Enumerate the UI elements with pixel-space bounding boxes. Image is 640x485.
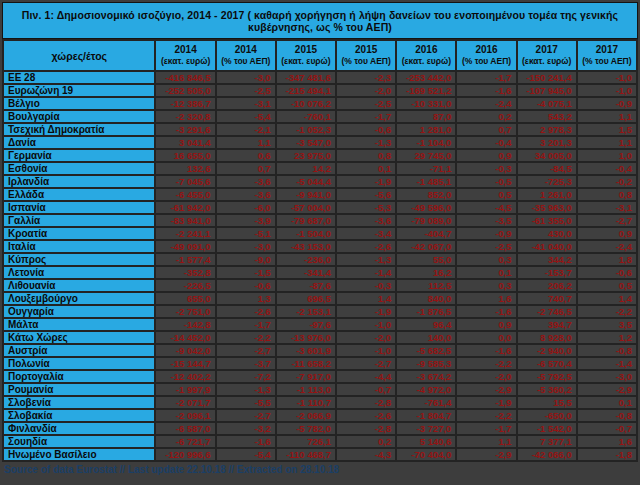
value-cell: -79 089,0 <box>397 215 455 226</box>
country-cell: Δανία <box>4 137 154 148</box>
value-cell: -3,6 <box>217 176 275 187</box>
value-cell: 0,9 <box>457 150 515 161</box>
column-unit-label: (εκατ. ευρώ) <box>518 56 576 67</box>
value-cell: 1,1 <box>578 111 636 122</box>
column-year-label: 2015 <box>277 44 335 56</box>
value-cell: -347 481,6 <box>277 72 335 83</box>
value-cell: 8 928,0 <box>518 332 576 343</box>
value-cell: 23 975,0 <box>277 150 335 161</box>
value-cell: -61 942,0 <box>156 202 214 213</box>
value-cell: 1,1 <box>578 137 636 148</box>
value-cell: -13 976,0 <box>277 332 335 343</box>
value-cell: -61 355,0 <box>518 215 576 226</box>
column-unit-label: (εκατ. ευρώ) <box>156 56 214 67</box>
value-cell: 0,1 <box>578 397 636 408</box>
value-cell: -42 067,0 <box>397 241 455 252</box>
value-cell: 14,2 <box>277 163 335 174</box>
value-cell: 394,7 <box>518 319 576 330</box>
value-cell: -1 876,5 <box>397 306 455 317</box>
value-cell: -2,9 <box>457 449 515 460</box>
value-cell: -5 360,2 <box>518 384 576 395</box>
country-cell: ΕΕ 28 <box>4 72 154 83</box>
value-cell: -2,5 <box>217 85 275 96</box>
value-cell: -2,8 <box>337 423 395 434</box>
value-cell: 0,9 <box>578 228 636 239</box>
column-header-cell: 2017(% του ΑΕΠ) <box>578 41 636 70</box>
value-cell: -4,5 <box>457 202 515 213</box>
table-row: Εσθονία132,60,714,20,1-71,1-0,3-84,5-0,4 <box>4 163 636 174</box>
value-cell: -1,0 <box>337 319 395 330</box>
value-cell: -2,2 <box>457 358 515 369</box>
column-header-cell: 2015(εκατ. ευρώ) <box>277 41 335 70</box>
value-cell: -341,4 <box>277 267 335 278</box>
value-cell: -0,5 <box>457 176 515 187</box>
value-cell: -0,9 <box>578 98 636 109</box>
value-cell: -2,7 <box>578 215 636 226</box>
table-row: Τσεχική Δημοκρατία-3 291,6-2,1-1 052,3-0… <box>4 124 636 135</box>
value-cell: -3 727,0 <box>397 423 455 434</box>
value-cell: -57 004,0 <box>277 202 335 213</box>
column-unit-label: (% του ΑΕΠ) <box>457 56 515 67</box>
value-cell: -1 110,7 <box>277 397 335 408</box>
column-header-cell: 2016(% του ΑΕΠ) <box>457 41 515 70</box>
value-cell: -1,5 <box>217 267 275 278</box>
value-cell: -3 291,6 <box>156 124 214 135</box>
value-cell: -49 596,0 <box>397 202 455 213</box>
table-row: Ηνωμένο Βασίλειο-120 996,6-5,4-110 468,7… <box>4 449 636 460</box>
value-cell: -49 091,0 <box>156 241 214 252</box>
value-cell: -253 442,0 <box>397 72 455 83</box>
value-cell: 0,7 <box>457 124 515 135</box>
value-cell: 3 041,4 <box>156 137 214 148</box>
table-row: Σουηδία-6 721,7-1,6726,10,25 140,61,17 3… <box>4 436 636 447</box>
value-cell: -2,4 <box>457 98 515 109</box>
value-cell: 34 005,0 <box>518 150 576 161</box>
country-cell: Ιρλανδία <box>4 176 154 187</box>
value-cell: -84,5 <box>518 163 576 174</box>
value-cell: 0,1 <box>457 267 515 278</box>
value-cell: -2,0 <box>337 85 395 96</box>
value-cell: -1 577,4 <box>156 254 214 265</box>
value-cell: -2,9 <box>578 384 636 395</box>
country-cell: Λιθουανία <box>4 280 154 291</box>
country-cell: Τσεχική Δημοκρατία <box>4 124 154 135</box>
value-cell: -1 504,0 <box>277 228 335 239</box>
page: Πιν. 1: Δημοσιονομικό ισοζύγιο, 2014 - 2… <box>0 0 640 478</box>
value-cell: 344,2 <box>518 254 576 265</box>
value-cell: -6 587,0 <box>156 423 214 434</box>
column-unit-label: (% του ΑΕΠ) <box>337 56 395 67</box>
value-cell: -650,0 <box>518 410 576 421</box>
table-row: Λετονία-352,8-1,5-341,4-1,416,20,1-153,7… <box>4 267 636 278</box>
value-cell: -83 941,0 <box>156 215 214 226</box>
value-cell: -5 792,5 <box>518 371 576 382</box>
value-cell: -169 521,2 <box>397 85 455 96</box>
value-cell: -1 052,3 <box>277 124 335 135</box>
country-cell: Κάτω Χώρες <box>4 332 154 343</box>
value-cell: -1,3 <box>337 137 395 148</box>
value-cell: -3,6 <box>217 189 275 200</box>
value-cell: -226,5 <box>156 280 214 291</box>
country-cell: Ιταλία <box>4 241 154 252</box>
value-cell: 0,2 <box>457 111 515 122</box>
table-row: Σλοβακία-2 096,1-2,7-2 066,9-2,6-1 804,7… <box>4 410 636 421</box>
value-cell: -10 331,0 <box>397 98 455 109</box>
country-cell: Κροατία <box>4 228 154 239</box>
value-cell: -2,0 <box>337 332 395 343</box>
value-cell: -1,7 <box>337 111 395 122</box>
country-cell: Ελλάδα <box>4 189 154 200</box>
corner-header-cell: χώρες/έτος <box>4 41 154 70</box>
value-cell: 55,0 <box>397 254 455 265</box>
country-cell: Ισπανία <box>4 202 154 213</box>
value-cell: -2 320,8 <box>156 111 214 122</box>
table-row: Κροατία-2 241,1-5,1-1 504,0-3,4-404,7-0,… <box>4 228 636 239</box>
value-cell: 0,8 <box>337 150 395 161</box>
table-row: Ελλάδα-6 455,0-3,6-9 941,0-5,6852,00,51 … <box>4 189 636 200</box>
value-cell: -1,8 <box>578 449 636 460</box>
value-cell: -0,3 <box>457 163 515 174</box>
table-row: Πορτογαλία-12 402,2-7,2-7 917,0-4,4-3 67… <box>4 371 636 382</box>
value-cell: -1,7 <box>457 423 515 434</box>
value-cell: -41 040,0 <box>518 241 576 252</box>
table-row: Μάλτα-142,8-1,7-97,6-1,096,40,9394,73,5 <box>4 319 636 330</box>
value-cell: -0,7 <box>578 423 636 434</box>
table-row: Δανία3 041,41,1-3 547,0-1,3-1 104,0-0,43… <box>4 137 636 148</box>
value-cell: -2,6 <box>337 241 395 252</box>
